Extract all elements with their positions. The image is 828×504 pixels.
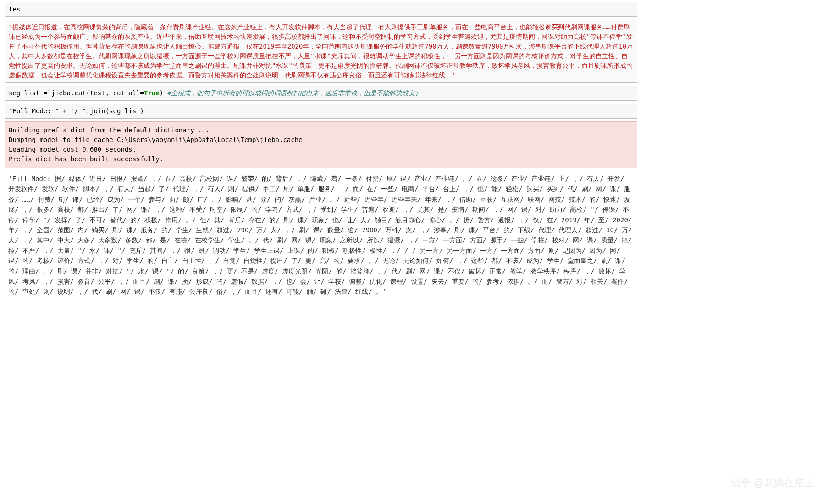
code-cell-2[interactable]: seg_list = jieba.cut(test, cut_all=True)…: [5, 86, 637, 101]
keyword-true: True: [144, 89, 160, 97]
code-fragment: seg_list = jieba.cut(test, cut_all=: [9, 89, 144, 97]
code-cell-3[interactable]: "Full Mode: " + "/ ".join(seg_list): [5, 104, 637, 119]
stderr-output: Building prefix dict from the default di…: [5, 121, 637, 168]
code-cell-1[interactable]: test: [5, 2, 637, 17]
code-comment: #全模式，把句子中所有的可以成词的词语都扫描出来，速度非常快，但是不能解决歧义;: [167, 89, 419, 97]
output-cell-string: '据媒体近日报道，在高校网课繁荣的背后，隐藏着一条付费刷课产业链。在这条产业链上…: [5, 20, 637, 83]
stdout-output: 'Full Mode: 据/ 媒体/ 近日/ 日报/ 报道/ ，/ 在/ 高校/…: [5, 171, 637, 300]
code-fragment: ): [160, 89, 167, 97]
